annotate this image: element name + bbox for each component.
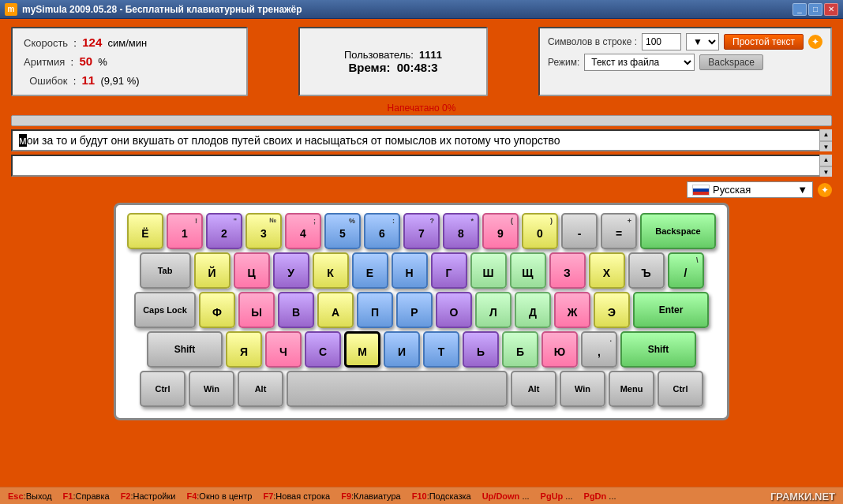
backspace-button[interactable]: Backspace xyxy=(699,54,763,70)
key-f[interactable]: Ф xyxy=(199,292,235,328)
key-v[interactable]: В xyxy=(278,292,314,328)
key-ae[interactable]: Э xyxy=(594,292,630,328)
key-6[interactable]: : 6 xyxy=(364,213,400,249)
key-hard-sign[interactable]: Ъ xyxy=(628,252,665,289)
user-row: Пользователь: 1111 xyxy=(344,49,442,61)
key-left-alt[interactable]: Alt xyxy=(238,371,283,407)
input-scrollbar: ▲ ▼ xyxy=(819,155,832,177)
key-minus[interactable]: - xyxy=(561,213,598,249)
key-right-win[interactable]: Win xyxy=(560,371,605,407)
chars-input[interactable] xyxy=(642,33,681,50)
key-right-alt[interactable]: Alt xyxy=(511,371,556,407)
key-0[interactable]: ) 0 xyxy=(522,213,558,249)
flag-russia xyxy=(692,185,710,196)
key-menu[interactable]: Menu xyxy=(609,371,654,407)
errors-value: 11 xyxy=(81,73,95,87)
key-sh[interactable]: Ш xyxy=(470,252,507,289)
key-1[interactable]: ! 1 xyxy=(167,213,203,249)
key-comma[interactable]: . , xyxy=(581,331,617,368)
simple-text-button[interactable]: Простой текст xyxy=(724,34,804,50)
key-3[interactable]: № 3 xyxy=(245,213,282,249)
key-b[interactable]: Б xyxy=(502,331,538,368)
errors-label: Ошибок xyxy=(29,75,67,87)
lang-gear-icon[interactable]: ✦ xyxy=(818,183,832,197)
key-yu[interactable]: Ю xyxy=(541,331,578,368)
watermark: ГРАМКИ.NET xyxy=(770,491,835,502)
key-p[interactable]: П xyxy=(357,292,393,328)
arrhythmia-label: Аритмия xyxy=(24,56,65,68)
key-9[interactable]: ( 9 xyxy=(482,213,519,249)
key-left-ctrl[interactable]: Ctrl xyxy=(140,371,185,407)
key-2[interactable]: " 2 xyxy=(206,213,242,249)
input-area-container: ▲ ▼ xyxy=(11,155,832,177)
key-7[interactable]: ? 7 xyxy=(403,213,440,249)
input-scroll-down[interactable]: ▼ xyxy=(820,166,832,178)
arrhythmia-unit: % xyxy=(98,56,107,68)
status-f7: F7:Новая строка xyxy=(263,491,330,501)
key-r[interactable]: Р xyxy=(396,292,433,328)
key-ts[interactable]: Ц xyxy=(234,252,270,289)
time-label: Время: xyxy=(348,61,390,74)
key-s[interactable]: С xyxy=(305,331,341,368)
key-y[interactable]: Й xyxy=(194,252,230,289)
speed-row: Скорость : 124 сим/мин xyxy=(24,33,235,52)
key-l[interactable]: Л xyxy=(475,292,511,328)
key-ya[interactable]: Я xyxy=(226,331,262,368)
status-f9: F9:Клавиатура xyxy=(341,491,400,501)
key-k[interactable]: К xyxy=(313,252,349,289)
key-shch[interactable]: Щ xyxy=(510,252,546,289)
close-button[interactable]: ✕ xyxy=(824,3,838,16)
key-n[interactable]: Н xyxy=(392,252,428,289)
speed-value: 124 xyxy=(82,35,102,49)
maximize-button[interactable]: □ xyxy=(808,3,822,16)
input-scroll-up[interactable]: ▲ xyxy=(820,155,832,166)
errors-row: Ошибок : 11 (9,91 %) xyxy=(24,71,235,90)
key-right-shift[interactable]: Shift xyxy=(620,331,696,368)
status-f10: F10:Подсказка xyxy=(412,491,471,501)
scroll-up-arrow[interactable]: ▲ xyxy=(820,129,832,141)
key-4[interactable]: ; 4 xyxy=(285,213,321,249)
scroll-down-arrow[interactable]: ▼ xyxy=(820,141,832,153)
key-kh[interactable]: Х xyxy=(589,252,625,289)
key-t[interactable]: Т xyxy=(423,331,459,368)
key-m[interactable]: М xyxy=(344,331,380,368)
key-g[interactable]: Г xyxy=(431,252,467,289)
gear-icon[interactable]: ✦ xyxy=(808,35,822,49)
minimize-button[interactable]: _ xyxy=(792,3,807,16)
key-5[interactable]: % 5 xyxy=(324,213,361,249)
key-left-shift[interactable]: Shift xyxy=(147,331,223,368)
text-input-area[interactable] xyxy=(11,155,832,177)
key-a[interactable]: А xyxy=(317,292,354,328)
key-right-ctrl[interactable]: Ctrl xyxy=(658,371,703,407)
progress-bar xyxy=(11,115,832,126)
key-z[interactable]: З xyxy=(549,252,586,289)
key-space[interactable] xyxy=(287,371,508,407)
mode-label: Режим: xyxy=(548,57,579,68)
key-tab[interactable]: Tab xyxy=(140,252,191,289)
errors-percent: (9,91 %) xyxy=(100,75,139,87)
key-slash[interactable]: \ / xyxy=(668,252,704,289)
status-bar: Esc:Выход F1:Справка F2:Настройки F4:Окн… xyxy=(0,487,843,504)
key-yo[interactable]: Ё xyxy=(127,213,163,249)
key-i[interactable]: И xyxy=(384,331,420,368)
chars-label: Символов в строке : xyxy=(548,36,637,47)
key-ch[interactable]: Ч xyxy=(265,331,302,368)
key-soft-sign[interactable]: Ь xyxy=(463,331,499,368)
key-equals[interactable]: + = xyxy=(601,213,637,249)
language-selector[interactable]: Русская ▼ xyxy=(687,181,813,198)
key-zh[interactable]: Ж xyxy=(554,292,590,328)
key-backspace[interactable]: Backspace xyxy=(640,213,716,249)
key-u[interactable]: У xyxy=(273,252,309,289)
key-e[interactable]: Е xyxy=(352,252,388,289)
key-row-asdf: Caps Lock Ф Ы В А П Р О Л Д Ж Э Enter xyxy=(124,292,719,328)
key-yi[interactable]: Ы xyxy=(238,292,275,328)
mode-select[interactable]: Текст из файла xyxy=(584,54,695,71)
key-o[interactable]: О xyxy=(436,292,472,328)
key-left-win[interactable]: Win xyxy=(189,371,234,407)
chars-select[interactable]: ▼ xyxy=(686,33,719,50)
key-caps-lock[interactable]: Caps Lock xyxy=(134,292,196,328)
key-d[interactable]: Д xyxy=(515,292,551,328)
key-8[interactable]: * 8 xyxy=(443,213,479,249)
key-enter[interactable]: Enter xyxy=(633,292,709,328)
chars-row: Символов в строке : ▼ Простой текст ✦ xyxy=(548,33,822,50)
